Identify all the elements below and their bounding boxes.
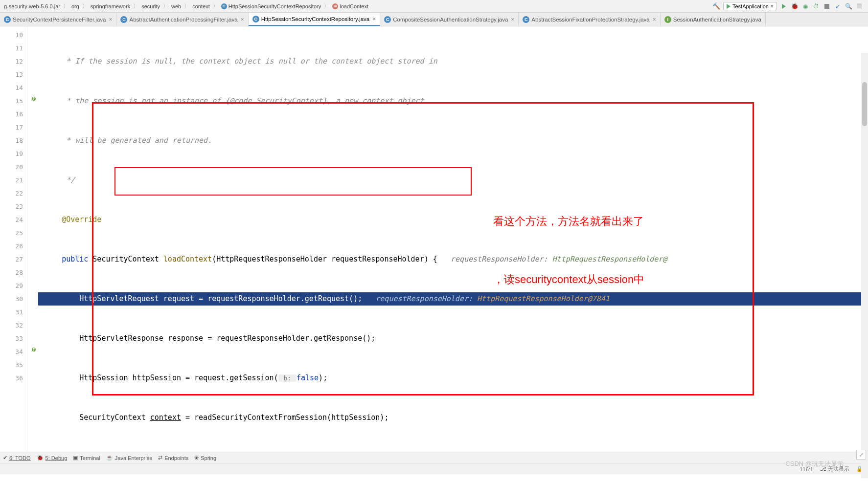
tab-spring[interactable]: ❀ Spring [194,455,216,461]
overlay-badge[interactable]: ⤢ [856,450,866,460]
code-content[interactable]: * If the session is null, the context ob… [38,26,868,452]
tab-endpoints[interactable]: ⇄ Endpoints [158,455,188,461]
run-config-icon [727,4,731,9]
settings-icon[interactable]: ☰ [855,2,863,10]
crumb-org[interactable]: org [69,3,81,9]
scrollbar-thumb[interactable] [862,82,867,126]
status-bar: 116:1 ⎇ 无法显示 🔒 [0,463,868,474]
crumb-class[interactable]: CHttpSessionSecurityContextRepository [219,3,323,9]
run-button[interactable] [780,2,788,10]
chevron-right-icon: 〉 [183,2,190,10]
profile-button[interactable]: ⏱ [812,2,820,10]
crumb-method[interactable]: mloadContext [330,3,370,9]
tab-terminal[interactable]: ▣ Terminal [73,455,100,461]
search-icon[interactable]: 🔍 [845,2,852,10]
tab-security-context-persistence-filter[interactable]: CSecurityContextPersistenceFilter.java× [0,13,116,26]
stop-button[interactable] [823,2,831,10]
tab-session-authentication-strategy[interactable]: ISessionAuthenticationStrategy.java [661,13,766,26]
debug-button[interactable]: 🐞 [791,2,799,10]
line-number-gutter: 1011121314151617181920212223242526272829… [0,26,27,452]
build-icon[interactable]: 🔨 [712,2,720,10]
csdn-watermark: CSDN @玩无法显示 [785,460,844,468]
chevron-right-icon: 〉 [162,2,169,10]
editor-tabs: CSecurityContextPersistenceFilter.java× … [0,13,868,26]
highlighted-line: HttpServletRequest request = requestResp… [38,292,868,306]
interface-icon: I [664,16,671,23]
tab-debug[interactable]: 🐞 5: Debug [37,455,68,461]
coverage-button[interactable]: ◉ [801,2,809,10]
crumb-jar[interactable]: g-security-web-5.6.0.jar [2,3,62,9]
run-config-label: TestApplication [732,3,769,9]
crumb-security[interactable]: security [139,3,162,9]
chevron-right-icon: 〉 [62,2,69,10]
tab-composite-session-authentication-strategy[interactable]: CCompositeSessionAuthenticationStrategy.… [380,13,519,26]
annotation-text: 看这个方法，方法名就看出来了 ，读securitycontext从session… [493,173,644,328]
run-toolbar: 🔨 TestApplication ▾ 🐞 ◉ ⏱ ↙ 🔍 ☰ [712,2,866,10]
chevron-right-icon: 〉 [212,2,219,10]
crumb-context[interactable]: context [190,3,211,9]
class-icon: C [252,16,259,22]
override-up-icon[interactable] [31,347,36,352]
chevron-right-icon: 〉 [132,2,139,10]
tab-java-enterprise[interactable]: ☕ Java Enterprise [106,455,152,461]
tab-abstract-session-fixation-protection-strategy[interactable]: CAbstractSessionFixationProtectionStrate… [519,13,660,26]
close-icon[interactable]: × [109,16,112,23]
close-icon[interactable]: × [372,16,376,22]
crumb-web[interactable]: web [169,3,183,9]
tab-todo[interactable]: ✔ 6: TODO [3,455,31,461]
class-icon: C [221,3,227,9]
tab-abstract-authentication-processing-filter[interactable]: CAbstractAuthenticationProcessingFilter.… [116,13,248,26]
breadcrumb: g-security-web-5.6.0.jar〉 org〉 springfra… [2,2,712,10]
close-icon[interactable]: × [241,16,244,23]
crumb-springframework[interactable]: springframework [89,3,132,9]
close-icon[interactable]: × [653,16,656,23]
class-icon: C [384,16,391,23]
navigation-bar: g-security-web-5.6.0.jar〉 org〉 springfra… [0,0,868,13]
class-icon: C [120,16,127,23]
close-icon[interactable]: × [511,16,514,23]
override-up-icon[interactable] [31,96,36,101]
bottom-tool-tabs: ✔ 6: TODO 🐞 5: Debug ▣ Terminal ☕ Java E… [0,452,868,463]
run-config-dropdown[interactable]: TestApplication ▾ [723,2,777,10]
code-editor[interactable]: 1011121314151617181920212223242526272829… [0,26,868,452]
vertical-scrollbar[interactable] [861,53,868,478]
tab-http-session-security-context-repository[interactable]: CHttpSessionSecurityContextRepository.ja… [249,13,381,26]
chevron-down-icon: ▾ [771,3,774,9]
method-icon: m [332,3,338,9]
gutter-markers [27,26,38,452]
git-update-button[interactable]: ↙ [834,2,842,10]
chevron-right-icon: 〉 [323,2,330,10]
class-icon: C [523,16,529,23]
class-icon: C [4,16,11,23]
chevron-right-icon: 〉 [81,2,89,10]
